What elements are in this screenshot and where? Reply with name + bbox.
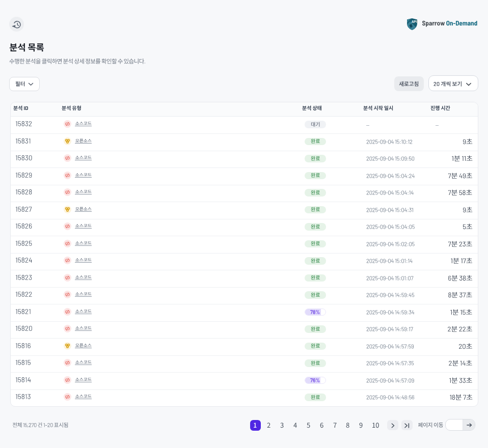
svg-text:API: API — [412, 20, 417, 23]
